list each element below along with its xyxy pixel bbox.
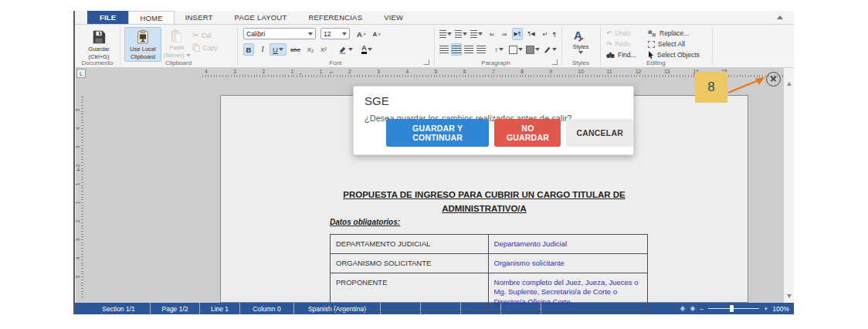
zoom-level[interactable]: 100% [772,305,789,313]
chevron-down-icon [342,32,347,36]
copy-button[interactable]: Copy [192,43,218,52]
font-color-button[interactable]: A [358,43,376,56]
table-row: ORGANISMO SOLICITANTE Organismo solicita… [331,253,648,273]
close-editor-icon[interactable] [766,72,781,86]
tab-page-layout[interactable]: PAGE LAYOUT [224,11,298,24]
numbered-list-button[interactable] [454,28,468,40]
top-margin-marker[interactable]: ┴ [76,168,80,173]
replace-label: Replace... [659,29,689,37]
text-highlight-button[interactable] [336,43,354,56]
table-row: PROPONENTE Nombre completo del Juez, Jue… [331,273,648,311]
pen-color-button[interactable] [542,43,558,56]
redo-label: Redo [615,40,630,48]
tab-referencias[interactable]: REFERENCIAS [297,11,373,24]
vertical-ruler[interactable]: 5432112345 [76,97,84,297]
status-line[interactable]: Line 1 [200,303,240,314]
cut-button[interactable]: ✂ Cut [192,31,212,39]
styles-icon: A [574,29,588,42]
bullet-list-button[interactable] [439,28,453,40]
draft-view-icon[interactable]: ◈ [690,305,695,312]
guardar-button[interactable]: Guardar (Ctrl+G) [81,27,117,62]
group-divider [712,27,713,66]
borders-icon [509,46,517,54]
cancelar-button[interactable]: CANCELAR [566,119,633,147]
borders-button[interactable] [508,43,524,56]
status-column[interactable]: Column 0 [240,303,294,314]
no-guardar-button[interactable]: NO GUARDAR [494,119,561,147]
vertical-scrollbar[interactable] [783,68,794,303]
save-icon [91,29,107,45]
right-to-left-button[interactable]: ¶◀ [526,28,537,40]
paste-label-2: (Server) [163,52,184,59]
paragraph-dialog-launcher[interactable] [552,59,558,65]
styles-button[interactable]: A Styles [566,27,595,55]
scissors-icon: ✂ [192,31,198,39]
ruler-number: 1 [320,69,323,74]
paste-button[interactable]: Paste (Server) [163,27,191,60]
find-button[interactable]: Find... [606,51,636,59]
print-layout-view-icon[interactable]: ◈ [680,305,685,312]
select-all-label: Select All [658,40,685,48]
left-to-right-button[interactable]: ▶¶ [512,28,523,40]
zoom-slider[interactable] [708,308,759,309]
dropdown-caret-icon [348,48,353,51]
tab-file[interactable]: FILE [87,11,128,24]
table-cell-label: ORGANISMO SOLICITANTE [331,253,489,273]
zoom-out-button[interactable]: − [700,305,704,313]
table-cell-value[interactable]: Departamento Judicial [488,235,647,254]
align-left-button[interactable] [439,43,449,56]
ruler-number: 4 [75,257,80,260]
font-color-icon: A [361,45,367,54]
font-family-select[interactable]: Calibri [243,28,316,39]
increase-indent-button[interactable]: ⇒ [499,28,510,40]
guardar-y-continuar-button[interactable]: GUARDAR Y CONTINUAR [386,119,489,147]
table-cell-value[interactable]: Organismo solicitante [488,253,647,273]
show-marks-button[interactable]: ¶ [549,28,560,40]
collapse-ribbon-icon[interactable] [777,15,783,19]
use-local-clipboard-button[interactable]: Use Local Clipboard [124,27,161,62]
paste-label-1: Paste [169,44,184,51]
italic-button[interactable]: I [257,43,268,56]
tab-home[interactable]: HOME [128,11,174,24]
superscript-button[interactable]: X² [318,43,329,56]
rtl-icon: ¶◀ [527,31,534,37]
undo-button[interactable]: ↶ Undo [606,29,630,37]
strikethrough-button[interactable]: abc [290,43,301,56]
line-spacing-button[interactable]: ↕ [491,43,507,56]
shading-button[interactable] [525,43,541,56]
guardar-label-1: Guardar [88,46,110,53]
scroll-up-icon[interactable] [787,82,792,86]
status-page[interactable]: Page 1/2 [151,303,200,314]
shrink-font-button[interactable]: A˅ [371,28,382,40]
grow-font-button[interactable]: A˄ [356,28,367,40]
tab-view[interactable]: VIEW [373,11,414,24]
scroll-down-icon[interactable] [787,294,792,298]
underline-button[interactable]: U [270,43,287,56]
select-all-button[interactable]: Select All [648,40,685,48]
bold-button[interactable]: B [243,43,254,56]
zoom-in-button[interactable]: + [764,305,768,313]
ruler-number: 4 [75,127,80,131]
font-dialog-launcher[interactable] [424,59,429,65]
subscript-button[interactable]: X₂ [305,43,316,56]
status-section[interactable]: Section 1/1 [87,303,151,314]
first-line-indent-marker[interactable]: → [297,70,303,76]
ruler-number: 2 [348,69,351,74]
select-objects-label: Select Objects [657,51,700,59]
hanging-indent-marker[interactable]: ⌐ [330,70,333,75]
redo-button[interactable]: ↷ Redo [606,40,630,48]
decrease-indent-button[interactable]: ⇐ [487,28,497,40]
align-right-button[interactable] [463,43,474,56]
multilevel-list-button[interactable] [470,28,483,40]
font-size-select[interactable]: 12 [320,28,350,39]
zoom-slider-thumb[interactable] [730,305,734,312]
tab-insert[interactable]: INSERT [175,11,224,24]
increase-indent-icon: ⇒ [502,31,507,38]
dropdown-caret-icon [518,48,523,51]
tab-stop-selector[interactable]: L [76,69,86,78]
align-center-button[interactable] [451,43,462,56]
table-cell-value[interactable]: Nombre completo del Juez, Jueza, Jueces … [488,273,647,311]
select-objects-button[interactable]: Select Objects [648,51,700,59]
replace-button[interactable]: Replace... [648,29,689,37]
align-justify-button[interactable] [476,43,487,56]
